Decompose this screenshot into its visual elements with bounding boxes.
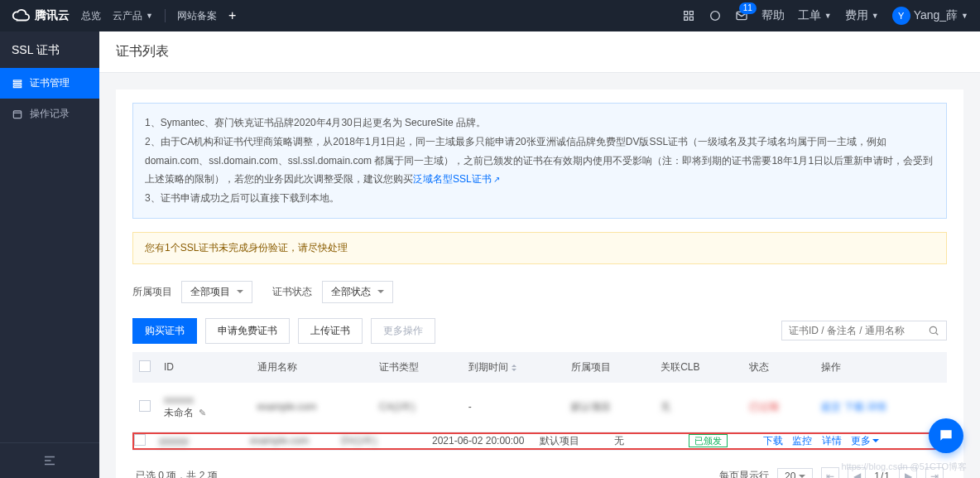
cert-type: DV(1年) [341,434,377,448]
billing-link[interactable]: 费用 ▼ [845,8,879,23]
col-name: 通用名称 [251,352,372,383]
cert-status: 已过期 [749,401,779,413]
user-menu[interactable]: Y Yang_薛 ▼ [892,7,968,25]
cert-id: xxxxxx [164,394,194,406]
sort-icon[interactable] [512,362,516,374]
row-checkbox[interactable] [134,434,146,446]
info-line-2: 2、由于CA机构和证书代理商策略调整，从2018年1月1日起，同一主域最多只能申… [145,133,934,189]
tools-icon[interactable] [682,9,695,22]
svg-rect-2 [684,17,687,20]
sidebar-item-label: 证书管理 [30,76,70,90]
svg-rect-0 [684,12,687,15]
brand-logo[interactable]: 腾讯云 [12,7,70,25]
cert-ops[interactable]: 提交 下载 详情 [821,401,886,413]
row-checkbox[interactable] [139,400,151,412]
cert-status-issued: 已颁发 [689,434,728,447]
watermark: https://blog.csdn @51CTO博客 [841,461,967,473]
filter-project-label: 所属项目 [132,286,172,297]
search-box[interactable] [781,321,947,340]
main-panel: 1、Symantec、赛门铁克证书品牌2020年4月30日起更名为 Secure… [116,89,963,478]
help-link[interactable]: 帮助 [761,8,785,23]
upload-cert-button[interactable]: 上传证书 [298,318,363,344]
rows-per-page-label: 每页显示行 [719,469,769,478]
svg-rect-3 [689,17,693,20]
cert-clb: 无 [614,435,624,447]
svg-rect-6 [13,80,21,81]
sidebar: SSL 证书 证书管理 操作记录 [0,31,99,478]
wildcard-ssl-link[interactable]: 泛域名型SSL证书 [413,173,500,185]
col-project: 所属项目 [564,352,654,383]
op-monitor[interactable]: 监控 [792,435,812,447]
svg-point-4 [710,12,719,21]
app-header: 腾讯云 总览 云产品 ▼ 网站备案 + 11 帮助 工单 ▼ 费用 ▼ Y Ya… [0,0,980,31]
chat-button[interactable] [929,418,963,453]
nav-products[interactable]: 云产品 ▼ [113,9,153,23]
filter-status-select[interactable]: 全部状态 [322,281,393,303]
nav-overview[interactable]: 总览 [81,9,101,23]
op-more[interactable]: 更多 [851,435,879,447]
action-bar: 购买证书 申请免费证书 上传证书 更多操作 [132,318,947,344]
sidebar-item-op-log[interactable]: 操作记录 [0,99,99,129]
nav-add[interactable]: + [228,8,236,23]
nav-record[interactable]: 网站备案 [177,9,217,23]
table-row-highlighted: yyyyyy example.com DV(1年) 2021-06-02 20:… [132,432,947,450]
cert-table: ID 通用名称 证书类型 到期时间 所属项目 关联CLB 状态 操作 [132,352,947,451]
cert-domain: example.com [257,401,316,413]
free-cert-button[interactable]: 申请免费证书 [205,318,290,344]
search-input[interactable] [789,325,928,336]
sidebar-title: SSL 证书 [0,31,99,68]
op-download[interactable]: 下载 [763,435,783,447]
sidebar-item-cert-manage[interactable]: 证书管理 [0,68,99,99]
col-expire[interactable]: 到期时间 [462,352,565,383]
col-status: 状态 [742,352,815,383]
nav-separator [165,9,166,22]
select-all-checkbox[interactable] [139,360,151,372]
op-detail[interactable]: 详情 [822,435,842,447]
filter-bar: 所属项目 全部项目 证书状态 全部状态 [132,281,947,303]
table-row: xxxxxx 未命名 example.com CA(1年) - 默认项目 无 已… [132,383,947,432]
list-icon [12,78,23,89]
svg-rect-9 [13,110,21,118]
cert-expire: 2021-06-02 20:00:00 [432,435,524,447]
filter-status-label: 证书状态 [272,286,312,297]
col-id: ID [157,352,251,383]
tickets-link[interactable]: 工单 ▼ [798,8,832,23]
cert-type: CA(1年) [379,400,415,414]
svg-point-10 [930,327,936,334]
cert-clb: 无 [661,400,670,414]
svg-rect-7 [13,83,21,84]
warning-notice: 您有1个SSL证书未完成身份验证，请尽快处理 [132,232,947,264]
page-title: 证书列表 [99,31,980,73]
svg-rect-8 [13,85,21,87]
cert-expire: - [468,401,472,413]
table-footer: 已选 0 项，共 2 项 每页显示行 20 ⇤ ◀ 1/1 ▶ ⇥ [132,457,947,478]
selection-summary: 已选 0 项，共 2 项 [136,469,218,478]
cert-remark: 未命名 [164,406,194,420]
message-icon[interactable]: 11 [735,9,748,22]
scan-icon[interactable] [709,9,722,22]
info-line-1: 1、Symantec、赛门铁克证书品牌2020年4月30日起更名为 Secure… [145,113,934,133]
more-actions-button[interactable]: 更多操作 [371,318,435,344]
buy-cert-button[interactable]: 购买证书 [132,318,197,344]
cert-domain: example.com [250,435,309,447]
filter-project-select[interactable]: 全部项目 [181,281,252,303]
col-ops: 操作 [814,352,947,383]
svg-rect-1 [689,12,693,15]
cert-project: 默认项目 [540,435,579,447]
info-notice: 1、Symantec、赛门铁克证书品牌2020年4月30日起更名为 Secure… [132,103,947,219]
edit-icon[interactable] [199,407,206,418]
cert-project: 默认项目 [571,400,611,414]
col-clb: 关联CLB [654,352,742,383]
page-first[interactable]: ⇤ [821,467,839,478]
rows-per-page-select[interactable]: 20 [777,468,813,478]
sidebar-collapse[interactable] [0,442,99,478]
message-badge: 11 [739,2,757,14]
cert-id: yyyyyy [159,435,189,447]
calendar-icon [12,109,23,120]
sidebar-item-label: 操作记录 [30,107,70,121]
search-icon[interactable] [928,325,939,336]
col-type: 证书类型 [372,352,462,383]
brand-text: 腾讯云 [35,8,70,23]
avatar-icon: Y [892,7,910,25]
info-line-3: 3、证书申请成功之后可以直接下载到本地。 [145,189,934,208]
